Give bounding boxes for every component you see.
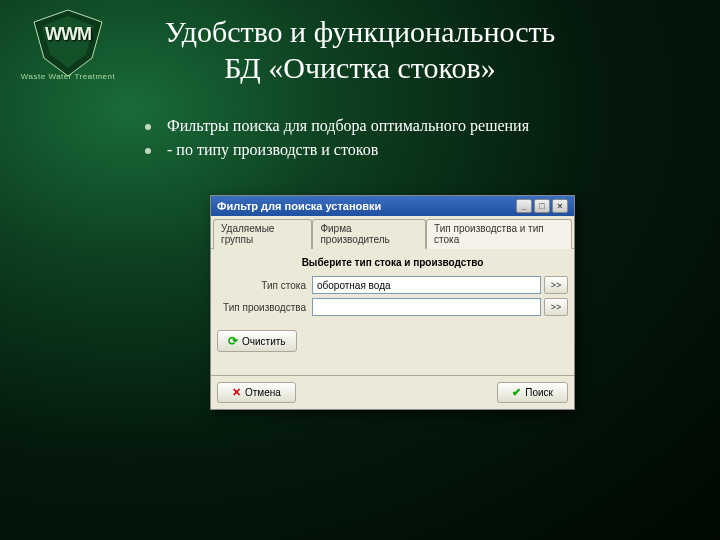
- cancel-button[interactable]: ✕ Отмена: [217, 382, 296, 403]
- logo: WWM Waste Water Treatment: [18, 8, 118, 81]
- bullet-item: Фильтры поиска для подбора оптимального …: [145, 114, 720, 138]
- stock-type-expand-button[interactable]: >>: [544, 276, 568, 294]
- check-icon: ✔: [512, 386, 521, 399]
- clear-button[interactable]: ⟳ Очистить: [217, 330, 297, 352]
- window-buttons: _ □ ×: [516, 199, 568, 213]
- bullet-list: Фильтры поиска для подбора оптимального …: [145, 114, 720, 162]
- refresh-icon: ⟳: [228, 334, 238, 348]
- logo-text: WWM: [28, 24, 108, 45]
- production-type-label: Тип производства: [217, 302, 312, 313]
- dialog-title: Фильтр для поиска установки: [217, 200, 381, 212]
- tab-panel: Выберите тип стока и производство Тип ст…: [211, 249, 574, 375]
- logo-shield: WWM: [28, 8, 108, 78]
- tab-manufacturer[interactable]: Фирма производитель: [312, 219, 426, 249]
- cancel-button-label: Отмена: [245, 387, 281, 398]
- clear-button-label: Очистить: [242, 336, 286, 347]
- tab-bar: Удаляемые группы Фирма производитель Тип…: [211, 216, 574, 249]
- tab-removed-groups[interactable]: Удаляемые группы: [213, 219, 312, 249]
- production-type-row: Тип производства >>: [217, 298, 568, 316]
- close-button[interactable]: ×: [552, 199, 568, 213]
- minimize-button[interactable]: _: [516, 199, 532, 213]
- stock-type-label: Тип стока: [217, 280, 312, 291]
- cancel-icon: ✕: [232, 386, 241, 399]
- bullet-item: - по типу производств и стоков: [145, 138, 720, 162]
- production-type-expand-button[interactable]: >>: [544, 298, 568, 316]
- stock-type-input[interactable]: [312, 276, 541, 294]
- tab-production-type[interactable]: Тип производства и тип стока: [426, 219, 572, 249]
- maximize-button[interactable]: □: [534, 199, 550, 213]
- dialog-footer: ✕ Отмена ✔ Поиск: [211, 375, 574, 409]
- dialog-titlebar[interactable]: Фильтр для поиска установки _ □ ×: [211, 196, 574, 216]
- filter-dialog: Фильтр для поиска установки _ □ × Удаляе…: [210, 195, 575, 410]
- instruction-text: Выберите тип стока и производство: [217, 257, 568, 268]
- search-button[interactable]: ✔ Поиск: [497, 382, 568, 403]
- production-type-input[interactable]: [312, 298, 541, 316]
- search-button-label: Поиск: [525, 387, 553, 398]
- stock-type-row: Тип стока >>: [217, 276, 568, 294]
